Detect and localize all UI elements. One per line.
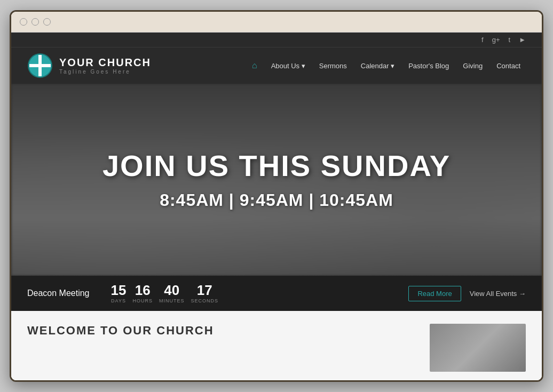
minutes-label: MINUTES [159,298,185,303]
welcome-text: WELCOME TO OUR CHURCH [27,324,419,338]
countdown-bar: Deacon Meeting 15 DAYS 16 HOURS 40 MINUT… [11,276,542,311]
logo-area: YOUR CHURCH Tagline Goes Here [27,53,151,78]
welcome-section: WELCOME TO OUR CHURCH [11,311,542,380]
days-label: DAYS [111,298,126,303]
hero-content: JOIN US THIS SUNDAY 8:45AM | 9:45AM | 10… [102,149,451,211]
countdown-hours: 16 HOURS [132,283,153,303]
youtube-icon[interactable]: ► [519,36,526,44]
countdown-days: 15 DAYS [111,283,127,303]
logo-name: YOUR CHURCH [59,57,151,69]
website-content: f g+ t ► YOUR CHURCH Tagline Goes Here [11,33,542,380]
days-number: 15 [111,283,127,297]
browser-titlebar [11,12,542,33]
nav-giving-button[interactable]: Giving [457,59,488,73]
minutes-number: 40 [164,283,179,297]
read-more-button[interactable]: Read More [408,286,461,301]
browser-dot-3 [43,18,51,26]
browser-dot-1 [20,18,27,26]
nav-pastors-blog-button[interactable]: Pastor's Blog [403,59,454,73]
hero-times: 8:45AM | 9:45AM | 10:45AM [102,190,451,210]
nav-sermons-button[interactable]: Sermons [314,59,352,73]
social-bar: f g+ t ► [11,33,542,47]
hours-number: 16 [135,283,151,297]
nav-calendar-button[interactable]: Calendar ▾ [356,59,400,73]
logo-icon [27,53,53,78]
browser-window: f g+ t ► YOUR CHURCH Tagline Goes Here [10,10,543,382]
event-name: Deacon Meeting [27,289,90,298]
hours-label: HOURS [132,298,153,303]
countdown-actions: Read More View All Events → [408,286,526,301]
view-all-events-link[interactable]: View All Events → [470,290,526,298]
countdown-seconds: 17 SECONDS [191,283,218,303]
seconds-label: SECONDS [191,298,218,303]
facebook-icon[interactable]: f [481,36,484,44]
welcome-title: WELCOME TO OUR CHURCH [27,324,419,338]
nav-menu: ⌂ About Us ▾ Sermons Calendar ▾ Pastor's… [247,58,526,74]
nav-about-button[interactable]: About Us ▾ [266,59,311,73]
hero-title: JOIN US THIS SUNDAY [102,149,451,182]
nav-home-button[interactable]: ⌂ [247,58,263,74]
countdown-units: 15 DAYS 16 HOURS 40 MINUTES 17 SECONDS [111,283,398,303]
nav-contact-button[interactable]: Contact [491,59,526,73]
header: YOUR CHURCH Tagline Goes Here ⌂ About Us… [11,47,542,84]
hero-section: JOIN US THIS SUNDAY 8:45AM | 9:45AM | 10… [11,84,542,276]
logo-tagline: Tagline Goes Here [59,69,151,75]
twitter-icon[interactable]: t [509,36,511,44]
countdown-minutes: 40 MINUTES [159,283,185,303]
welcome-image [430,324,526,372]
svg-rect-2 [29,64,51,67]
googleplus-icon[interactable]: g+ [492,36,500,44]
logo-text: YOUR CHURCH Tagline Goes Here [59,57,151,75]
browser-dot-2 [31,18,39,26]
seconds-number: 17 [197,283,212,297]
